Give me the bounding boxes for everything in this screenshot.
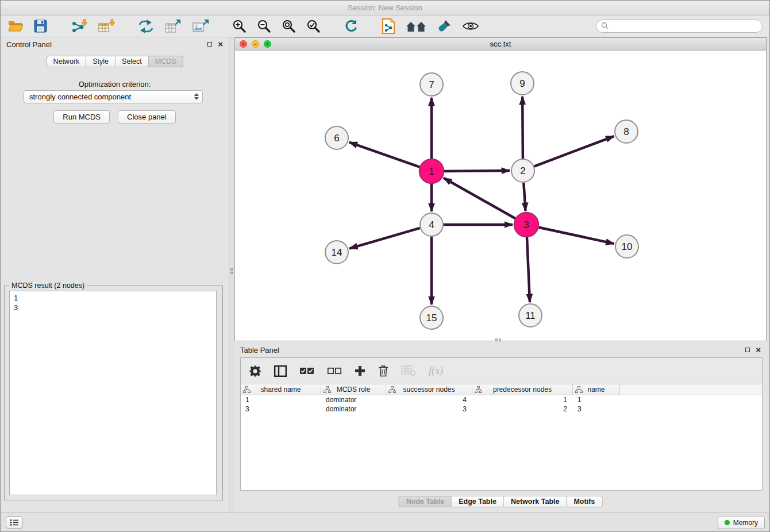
column-header-name[interactable]: name	[573, 384, 620, 395]
automation-panel-button[interactable]	[6, 516, 23, 529]
graph-edge-1-2[interactable]	[444, 171, 510, 171]
column-header-shared-name[interactable]: shared name	[241, 384, 321, 395]
graph-edge-2-8[interactable]	[534, 136, 614, 167]
cell: 3	[386, 404, 472, 414]
graph-node-3[interactable]: 3	[514, 213, 538, 237]
column-header-mcds-role[interactable]: MCDS role	[321, 384, 386, 395]
graph-edge-2-9[interactable]	[522, 97, 523, 159]
zoom-out-icon[interactable]	[257, 19, 271, 33]
zoom-fit-icon[interactable]	[282, 19, 296, 33]
control-panel-title: Control Panel	[6, 40, 52, 49]
graph-edge-1-6[interactable]	[349, 142, 420, 167]
graph-node-14[interactable]: 14	[325, 241, 348, 264]
table-header-row: shared nameMCDS rolesuccessor nodesprede…	[241, 384, 762, 395]
float-panel-icon[interactable]	[207, 42, 212, 47]
zoom-in-icon[interactable]	[232, 19, 247, 33]
close-panel-button[interactable]: Close panel	[118, 110, 176, 124]
close-window-icon[interactable]: ×	[240, 40, 247, 48]
column-label: name	[587, 385, 605, 394]
tab-style[interactable]: Style	[86, 56, 116, 67]
graph-node-10[interactable]: 10	[615, 235, 638, 258]
tab-mcds[interactable]: MCDS	[149, 56, 183, 67]
search-box[interactable]	[596, 20, 763, 33]
home-icon[interactable]	[406, 20, 426, 33]
graph-node-2[interactable]: 2	[511, 159, 534, 182]
first-neighbors-icon[interactable]	[382, 18, 395, 34]
import-table-icon[interactable]	[98, 19, 115, 33]
graph-node-4[interactable]: 4	[420, 213, 443, 236]
export-network-icon[interactable]	[138, 19, 154, 34]
column-header-predecessor-nodes[interactable]: predecessor nodes	[472, 384, 573, 395]
graph-edge-2-3[interactable]	[523, 183, 525, 211]
svg-text:2: 2	[520, 165, 525, 176]
delete-table-icon	[401, 365, 416, 376]
run-mcds-button[interactable]: Run MCDS	[53, 110, 110, 124]
graph-edge-3-10[interactable]	[539, 228, 614, 244]
column-header-successor-nodes[interactable]: successor nodes	[386, 384, 472, 395]
export-table-icon[interactable]	[164, 19, 182, 34]
column-visibility-icon[interactable]	[274, 365, 287, 377]
mcds-result-item[interactable]: 1	[14, 293, 212, 303]
graph-edge-3-1[interactable]	[444, 178, 515, 218]
close-table-panel-icon[interactable]: ×	[756, 347, 761, 353]
close-panel-icon[interactable]: ×	[218, 41, 223, 47]
mcds-result-list[interactable]: 13	[9, 291, 217, 495]
search-input[interactable]	[611, 22, 757, 30]
table-row[interactable]: 3dominator323	[241, 404, 762, 414]
optimization-select[interactable]: strongly connected component	[24, 90, 203, 103]
import-network-icon[interactable]	[70, 19, 87, 33]
select-all-icon[interactable]	[299, 367, 314, 375]
paint-icon[interactable]	[437, 19, 452, 34]
graph-edge-3-11[interactable]	[527, 237, 530, 302]
zoom-selected-icon[interactable]	[306, 19, 321, 33]
graph-node-1[interactable]: 1	[419, 159, 444, 183]
deselect-all-icon[interactable]	[327, 367, 342, 375]
show-graphics-details-icon[interactable]	[462, 20, 479, 32]
mcds-result-item[interactable]: 3	[14, 303, 212, 313]
svg-text:9: 9	[519, 78, 525, 89]
cell: 1	[241, 395, 321, 404]
network-window: × − + scc.txt 7968124314101511	[234, 37, 767, 341]
network-window-titlebar[interactable]: × − + scc.txt	[235, 38, 766, 51]
add-icon[interactable]	[355, 365, 365, 376]
graph-node-8[interactable]: 8	[615, 120, 638, 143]
delete-icon[interactable]	[378, 365, 388, 377]
tab-network-table[interactable]: Network Table	[504, 496, 567, 507]
settings-gear-icon[interactable]	[249, 365, 261, 377]
hierarchy-icon	[324, 386, 331, 395]
svg-text:15: 15	[426, 313, 437, 323]
graph-node-7[interactable]: 7	[420, 73, 443, 96]
graph-node-6[interactable]: 6	[325, 126, 348, 149]
refresh-layout-icon[interactable]	[344, 19, 359, 34]
tab-motifs[interactable]: Motifs	[567, 496, 602, 507]
hierarchy-icon	[388, 386, 396, 395]
tab-edge-table[interactable]: Edge Table	[452, 496, 504, 507]
svg-text:1: 1	[429, 166, 434, 177]
graph-edge-4-14[interactable]	[349, 228, 420, 249]
open-session-icon[interactable]	[7, 20, 24, 33]
table-panel-title: Table Panel	[240, 346, 279, 354]
panel-splitter[interactable]	[229, 37, 234, 512]
graph-node-15[interactable]: 15	[420, 306, 443, 329]
main-toolbar	[1, 16, 769, 37]
table-row[interactable]: 1dominator411	[241, 395, 762, 404]
zoom-window-icon[interactable]: +	[264, 40, 271, 48]
graph-node-9[interactable]: 9	[511, 72, 534, 95]
tab-node-table[interactable]: Node Table	[399, 496, 452, 507]
graph-node-11[interactable]: 11	[519, 304, 542, 327]
export-image-icon[interactable]	[192, 19, 209, 34]
tab-network[interactable]: Network	[46, 56, 86, 67]
tab-select[interactable]: Select	[116, 56, 149, 67]
network-canvas[interactable]: 7968124314101511	[235, 51, 766, 341]
save-session-icon[interactable]	[34, 20, 47, 33]
cell: 3	[573, 404, 620, 414]
float-table-panel-icon[interactable]	[745, 348, 750, 352]
memory-button[interactable]: Memory	[718, 516, 765, 529]
minimize-window-icon[interactable]: −	[252, 40, 259, 48]
horizontal-splitter-grip[interactable]	[495, 338, 501, 341]
control-panel-tabs: NetworkStyleSelectMCDS	[46, 56, 183, 67]
svg-text:11: 11	[525, 310, 536, 321]
mcds-result-title: MCDS result (2 nodes)	[9, 282, 87, 290]
cell: 3	[241, 404, 321, 414]
column-label: shared name	[260, 385, 301, 394]
